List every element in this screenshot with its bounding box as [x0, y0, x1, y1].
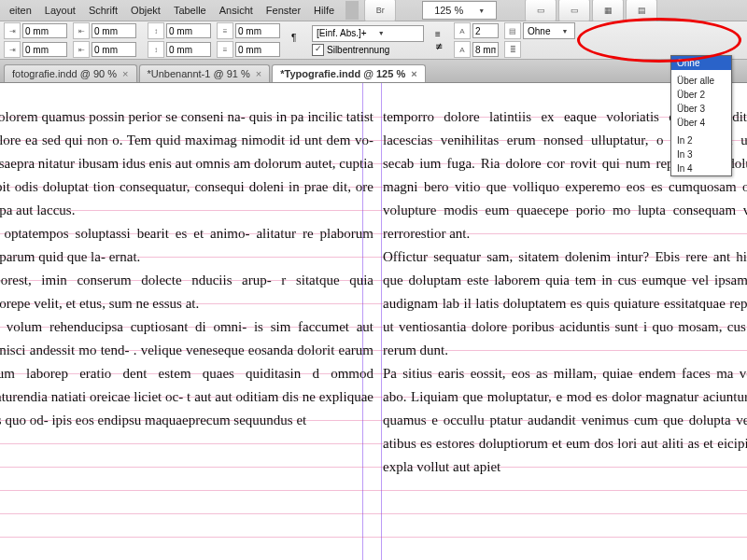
- hyphenation-checkbox[interactable]: ✓Silbentrennung: [312, 44, 424, 56]
- space-before-input[interactable]: [166, 23, 211, 38]
- dropdown-item[interactable]: In 2: [671, 133, 731, 147]
- dropdown-item[interactable]: Über 3: [671, 102, 731, 116]
- span-columns-select[interactable]: Ohne▼: [523, 22, 575, 39]
- dropdown-item-selected[interactable]: Ohne: [671, 56, 731, 70]
- paragraph-style-select[interactable]: [Einf. Abs.]+▼: [312, 25, 424, 42]
- paragraph-icon: ¶: [291, 33, 306, 48]
- indent-right-input[interactable]: [92, 23, 136, 38]
- menu-item[interactable]: Layout: [39, 3, 81, 18]
- close-icon[interactable]: ×: [256, 68, 261, 79]
- more-options-icon[interactable]: ≣: [504, 41, 521, 58]
- space-before-icon: ↕: [148, 22, 164, 39]
- baseline-input[interactable]: [235, 23, 280, 38]
- space-after-icon: ↕: [148, 41, 164, 58]
- text-column-left[interactable]: e volorem quamus possin perior se consen…: [0, 105, 374, 432]
- baseline2-icon: ≡: [217, 41, 233, 58]
- menu-item[interactable]: Objekt: [125, 3, 166, 18]
- document-tab[interactable]: *Typografie.indd @ 125 %×: [272, 64, 425, 82]
- baseline-icon: ≡: [217, 22, 233, 39]
- baseline2-input[interactable]: [235, 42, 280, 57]
- separator: [345, 1, 359, 20]
- view-mode-button[interactable]: ▭: [525, 0, 557, 21]
- dropcap-lines-input[interactable]: [472, 23, 499, 38]
- chevron-down-icon: ▼: [561, 28, 568, 35]
- chevron-down-icon: ▼: [378, 30, 385, 36]
- document-tab[interactable]: fotografie.indd @ 90 %×: [4, 64, 137, 82]
- workspace-button[interactable]: ▤: [626, 0, 657, 21]
- menu-item[interactable]: eiten: [4, 3, 37, 18]
- bridge-button[interactable]: Br: [364, 0, 396, 21]
- dropcap-chars-icon: A: [454, 41, 471, 58]
- document-tab[interactable]: *Unbenannt-1 @ 91 %×: [139, 64, 271, 82]
- chevron-down-icon: ▼: [472, 6, 490, 16]
- dropcap-chars-input[interactable]: [472, 42, 499, 57]
- dropdown-item[interactable]: Über 2: [671, 88, 731, 102]
- column-guide: [381, 83, 382, 560]
- dropdown-item[interactable]: Über alle: [671, 74, 731, 88]
- document-canvas[interactable]: e volorem quamus possin perior se consen…: [0, 83, 747, 560]
- menu-item[interactable]: Tabelle: [168, 3, 212, 18]
- indent-lastline-input[interactable]: [92, 42, 136, 57]
- close-icon[interactable]: ×: [411, 68, 416, 79]
- space-after-input[interactable]: [166, 42, 211, 57]
- menu-item[interactable]: Ansicht: [214, 3, 259, 18]
- indent-right-icon: ⇤: [73, 22, 90, 39]
- menu-item[interactable]: Fenster: [261, 3, 306, 18]
- menu-item[interactable]: Schrift: [83, 3, 123, 18]
- indent-left-input[interactable]: [22, 23, 67, 38]
- screen-mode-button[interactable]: ▭: [558, 0, 590, 21]
- zoom-level-select[interactable]: 125 %▼: [422, 1, 497, 20]
- no-align-grid-icon[interactable]: ≢: [435, 41, 443, 51]
- indent-firstline-input[interactable]: [22, 42, 67, 57]
- indent-left-icon: ⇥: [4, 22, 21, 39]
- dropdown-item[interactable]: In 4: [671, 161, 731, 175]
- dropcap-lines-icon: A: [454, 22, 471, 39]
- align-grid-icon[interactable]: ≡: [435, 29, 443, 39]
- menu-bar: eiten Layout Schrift Objekt Tabelle Ansi…: [0, 0, 747, 21]
- close-icon[interactable]: ×: [122, 68, 128, 79]
- span-columns-icon: ▤: [504, 22, 521, 39]
- span-columns-dropdown[interactable]: Ohne Über alle Über 2 Über 3 Über 4 In 2…: [670, 55, 732, 176]
- indent-lastline-icon: ⇤: [73, 41, 90, 58]
- control-panel: ⇥ ⇥ ⇤ ⇤ ↕ ↕ ≡ ≡ ¶ [Einf. Abs.]+▼ ✓Silben…: [0, 21, 747, 60]
- dropdown-item[interactable]: In 3: [671, 147, 731, 161]
- indent-firstline-icon: ⇥: [4, 41, 21, 58]
- document-tabs: fotografie.indd @ 90 %× *Unbenannt-1 @ 9…: [0, 60, 747, 83]
- arrange-docs-button[interactable]: ▦: [592, 0, 624, 21]
- menu-item[interactable]: Hilfe: [308, 3, 340, 18]
- dropdown-item[interactable]: Über 4: [671, 116, 731, 130]
